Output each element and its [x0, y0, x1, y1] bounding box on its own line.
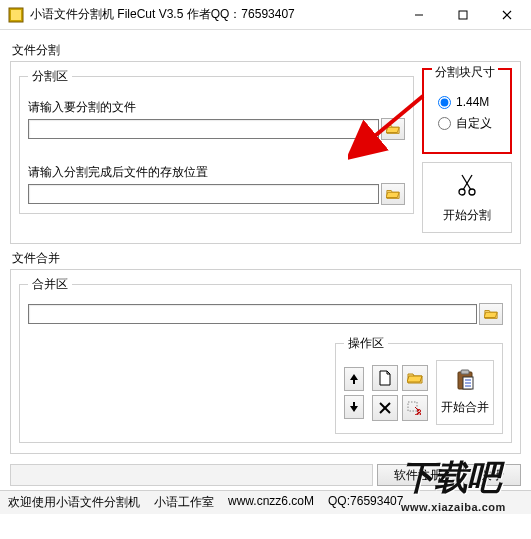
folder-open-icon	[386, 122, 400, 136]
folder-open-icon	[407, 370, 423, 386]
tab-spacer	[10, 464, 373, 486]
merge-action-box[interactable]: 开始合并	[436, 360, 494, 425]
svg-line-8	[463, 175, 472, 190]
titlebar: 小语文件分割机 FileCut V3.5 作者QQ：76593407	[0, 0, 531, 30]
split-input-browse-button[interactable]	[381, 118, 405, 140]
register-tab[interactable]: 软件注册	[377, 464, 459, 486]
svg-rect-1	[11, 10, 21, 20]
split-input-label: 请输入要分割的文件	[28, 99, 405, 116]
merge-input-field[interactable]	[28, 304, 477, 324]
svg-rect-12	[408, 402, 417, 411]
split-action-label: 开始分割	[443, 207, 491, 224]
arrow-up-icon	[349, 373, 359, 385]
svg-line-15	[415, 407, 419, 411]
merge-panel: 合并区 操作区	[10, 269, 521, 454]
merge-browse-button[interactable]	[479, 303, 503, 325]
status-bar: 欢迎使用小语文件分割机 小语工作室 www.cnzz6.coM QQ:76593…	[0, 490, 531, 514]
delete-button[interactable]	[372, 395, 398, 421]
split-section-label: 文件分割	[12, 42, 521, 59]
minimize-button[interactable]	[397, 1, 441, 29]
split-output-field[interactable]	[28, 184, 379, 204]
split-size-legend: 分割块尺寸	[432, 64, 498, 81]
ops-legend: 操作区	[344, 335, 388, 352]
close-button[interactable]	[485, 1, 529, 29]
move-up-button[interactable]	[344, 367, 364, 391]
arrow-down-icon	[349, 401, 359, 413]
svg-line-9	[462, 175, 471, 190]
size-radio-custom[interactable]	[438, 117, 451, 130]
bottom-tab-row: 软件注册 关于	[0, 460, 531, 486]
svg-point-6	[459, 189, 465, 195]
dotted-scissors-icon	[407, 401, 423, 415]
split-size-group: 分割块尺寸 1.44M 自定义	[422, 68, 512, 154]
svg-rect-18	[461, 370, 469, 374]
merge-section-label: 文件合并	[12, 250, 521, 267]
scissors-icon	[457, 173, 477, 197]
split-group: 分割区 请输入要分割的文件 请输入分割完成后文件的存放位置	[19, 68, 414, 214]
about-tab[interactable]: 关于	[463, 464, 521, 486]
ops-group: 操作区 开始合并	[335, 335, 503, 434]
size-option-custom[interactable]: 自定义	[438, 115, 502, 132]
svg-line-16	[415, 413, 419, 415]
status-welcome: 欢迎使用小语文件分割机	[8, 494, 140, 511]
split-group-legend: 分割区	[28, 68, 72, 85]
clipboard-paste-icon	[454, 369, 476, 391]
folder-open-icon	[386, 187, 400, 201]
size-option-144m[interactable]: 1.44M	[438, 95, 502, 109]
status-url: www.cnzz6.coM	[228, 494, 314, 511]
maximize-button[interactable]	[441, 1, 485, 29]
folder-open-icon	[484, 307, 498, 321]
x-icon	[378, 401, 392, 415]
window-title: 小语文件分割机 FileCut V3.5 作者QQ：76593407	[30, 6, 397, 23]
split-action-box[interactable]: 开始分割	[422, 162, 512, 233]
status-qq: QQ:76593407	[328, 494, 403, 511]
open-folder-button[interactable]	[402, 365, 428, 391]
merge-action-label: 开始合并	[441, 399, 489, 416]
split-output-browse-button[interactable]	[381, 183, 405, 205]
svg-rect-3	[459, 11, 467, 19]
merge-group: 合并区 操作区	[19, 276, 512, 443]
svg-point-7	[469, 189, 475, 195]
new-file-button[interactable]	[372, 365, 398, 391]
size-radio-144m[interactable]	[438, 96, 451, 109]
app-icon	[8, 7, 24, 23]
file-icon	[378, 370, 392, 386]
status-studio: 小语工作室	[154, 494, 214, 511]
split-output-label: 请输入分割完成后文件的存放位置	[28, 164, 405, 181]
merge-group-legend: 合并区	[28, 276, 72, 293]
split-panel: 分割区 请输入要分割的文件 请输入分割完成后文件的存放位置	[10, 61, 521, 244]
move-down-button[interactable]	[344, 395, 364, 419]
split-input-field[interactable]	[28, 119, 379, 139]
cut-selection-button[interactable]	[402, 395, 428, 421]
